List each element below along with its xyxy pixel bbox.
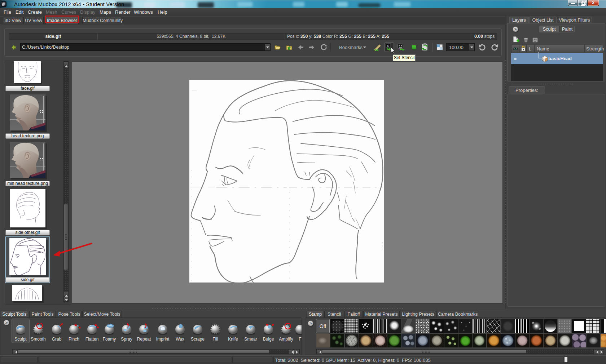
svg-text:S: S — [387, 44, 389, 48]
